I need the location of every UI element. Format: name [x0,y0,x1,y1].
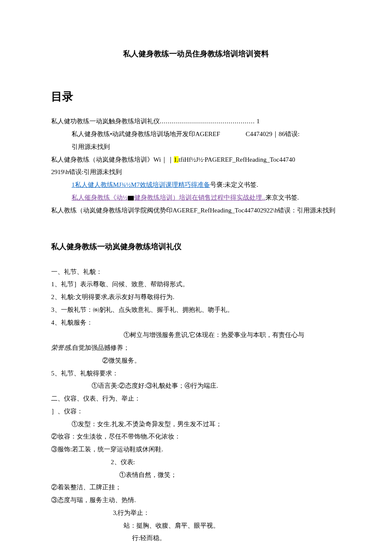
toc-text: 私人健身教练（动岚健身教练培训》Wi｜｜ [51,156,174,163]
toc-text: tfiHf½J½·PAGEREF_RefHeading_Toc44740 [179,156,295,163]
body-line: ②妆容：女生淡妆，尽任不带饰物,不化浓妆： [51,431,341,443]
block-icon [128,196,134,200]
toc-text: 2919\h错误:引用源未找到 [51,169,122,175]
toc-entry: 引用源未找到 [51,141,341,153]
toc-link[interactable]: 1私人健人教练MJ¾½M7效绒培训课理精巧得准备 [72,181,210,188]
body-line: ①发型：女生.扎发,不烫染奇异发型，男生发不过耳； [51,418,341,430]
body-line: 3,行为举止： [51,507,341,519]
body-line: ①树立与增强服务意识,它体现在：热爱事业与本职，有责任心与 [51,329,341,341]
toc-entry: 私人健身教练（动岚健身教练培训》Wi｜｜1.tfiHf½J½·PAGEREF_R… [51,154,341,166]
body-line: 行:轻而稳。 [51,532,341,544]
document-title: 私人健身教练一动员住身教练培训培训资料 [51,47,341,61]
body-line: 2、仪表: [51,456,341,468]
body-line: ①表情自然，微笑； [51,469,341,481]
body-line: ③服饰:若工装，统一穿运动鞋或休闲鞋. [51,444,341,456]
toc-entry: 私人催身教练《动½健身教练培训）培训在销售过程中得实战处埋..来京文书签. [51,192,341,204]
body-line: ②着装整洁、工牌正挂； [51,482,341,494]
body-line: 站：挺胸、收腹、肩平、眼平视。 [51,520,341,532]
body-text: 自觉加强品撼修养； [72,344,130,351]
toc-link-part: 私人催身教练《动½ [72,194,127,201]
body-line: ③态度与瑞，服务主动、热情. [51,494,341,506]
body-line: 3、一般礼节：㈱躬礼、点头致意礼、握手礼、拥抱礼、吻手礼。 [51,304,341,316]
toc-link-part: 健身教练培训）培训在销售过程中得实战处埋.. [134,194,265,201]
toc-text: C4474029｜86错误: [246,131,300,137]
toc-text: 引用源未找到 [72,143,110,150]
italic-text: 荣誉感, [51,344,72,351]
body-line: 二、仪容、仪表、行为、举止： [51,393,341,405]
toc-entry: 私人健身教练•动武健身教练培训场地开发印AGEREFC4474029｜86错误: [51,128,341,140]
toc-text: 来京文书签. [265,194,299,201]
body-line: 4、礼貌服务： [51,317,341,329]
toc-heading: 目录 [51,87,341,107]
toc-entry: 私人教练（动岚健身教练培训学院阀优势印AGEREF_RefHeading_Toc… [51,205,341,217]
body-line: 1、礼节］表示尊敬、问候、致意、帮助得形式。 [51,279,341,291]
toc-page: 1 [257,118,260,125]
toc-text: 私人教练（动岚健身教练培训学院阀优势印AGEREF_RefHeading_Toc… [51,207,335,214]
toc-link[interactable]: 私人催身教练《动½健身教练培训）培训在销售过程中得实战处埋.. [72,194,265,201]
body-line: 2、礼貌:文明得要求,表示友好与尊敬得行为. [51,291,341,303]
highlight-text: 1. [174,156,179,163]
body-line: ②微笑服务。 [51,355,341,367]
body-line: ①语言美:②态度好:③礼貌处事；④行为端庄. [51,380,341,392]
body-line: 5、礼节、礼貌得要求： [51,368,341,380]
toc-dots: ........................................… [160,118,255,125]
toc-entry: 私人健功教练一动岚触身教练培训礼仪.......................… [51,116,341,128]
toc-entry: 1私人健人教练MJ¾½M7效绒培训课理精巧得准备号褒:未定义书签. [51,179,341,191]
toc-text: 私人健身教练•动武健身教练培训场地开发印AGEREF [72,131,220,137]
toc-text: 号褒:未定义书签. [210,181,258,188]
body-line: 一、礼节、礼貌： [51,266,341,278]
toc-entry: 2919\h错误:引用源未找到 [51,166,341,178]
body-line: 荣誉感,自觉加强品撼修养； [51,342,341,354]
body-line: ］、仪容： [51,406,341,418]
section-heading: 私人健身教练一动岚健身教练培训礼仪 [51,240,341,254]
toc-text: 私人健功教练一动岚触身教练培训礼仪 [51,118,160,125]
